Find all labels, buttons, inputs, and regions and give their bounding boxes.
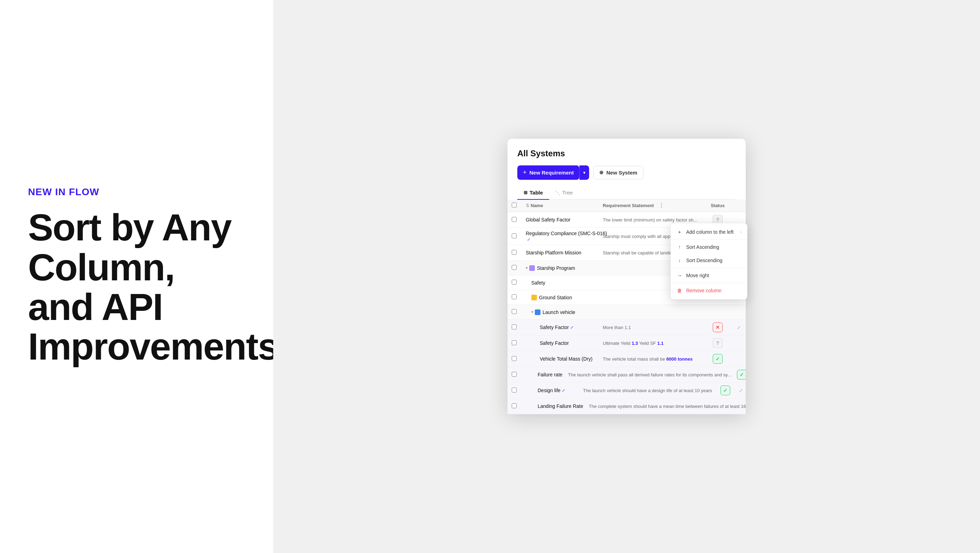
row-name-text: Safety	[531, 280, 545, 285]
row-checkbox[interactable]	[512, 325, 517, 330]
row-checkbox[interactable]	[512, 294, 517, 299]
context-menu-item-sort-descending[interactable]: ↓ Sort Descending	[671, 254, 747, 267]
row-name-text: Landing Failure Rate	[538, 403, 583, 409]
tab-table[interactable]: ⊞ Table	[517, 186, 549, 200]
row-check[interactable]	[508, 250, 523, 256]
row-name: ▾ Launch vehicle	[523, 309, 600, 315]
row-checkbox[interactable]	[512, 280, 517, 285]
new-requirement-button[interactable]: + New Requirement	[517, 166, 579, 180]
select-all-checkbox[interactable]	[512, 202, 517, 207]
context-menu-item-sort-ascending[interactable]: ↑ Sort Ascending	[671, 241, 747, 254]
table-tab-label: Table	[530, 190, 543, 196]
row-check[interactable]	[508, 280, 523, 285]
menu-divider	[671, 283, 747, 283]
name-sort-control[interactable]: ⇅ Name	[526, 203, 597, 208]
row-status: ✓	[715, 386, 736, 395]
row-req-text: Ultimate Yeild 1.3 Yeild SF 1.1	[603, 341, 663, 346]
status-badge: ✕	[713, 322, 722, 332]
plus-icon: +	[676, 229, 682, 235]
row-check[interactable]	[508, 309, 523, 315]
left-panel: NEW IN FLOW Sort by Any Column, and API …	[0, 186, 273, 367]
link-icon[interactable]: ⤢	[527, 237, 530, 242]
table-row: Vehicle Total Mass (Dry) The vehicle tot…	[508, 351, 746, 367]
app-window: All Systems + New Requirement ▾ ⊕ New Sy…	[508, 139, 746, 414]
collapse-icon[interactable]: ▾	[531, 310, 533, 314]
context-menu-item-remove-column[interactable]: 🗑 Remove column	[671, 284, 747, 297]
row-name-text: Safety Factor	[540, 340, 569, 346]
row-checkbox[interactable]	[512, 356, 517, 361]
row-name-text: Launch vehicle	[542, 309, 575, 315]
row-checkbox[interactable]	[512, 250, 517, 255]
header-check[interactable]	[508, 202, 523, 209]
row-req: The lower limit (minimum) on safety fact…	[600, 217, 704, 223]
row-checkbox[interactable]	[512, 403, 517, 408]
row-name-text: Design life	[538, 387, 560, 393]
name-column-label: Name	[531, 203, 543, 208]
tree-tab-icon: ⋱	[555, 190, 560, 195]
row-check[interactable]	[508, 403, 521, 409]
row-check[interactable]	[508, 372, 521, 378]
tree-tab-label: Tree	[562, 190, 573, 196]
arrow-icon: ›	[740, 229, 741, 234]
table-row: Landing Failure Rate The complete system…	[508, 398, 746, 414]
column-options-button[interactable]: ⋮	[656, 202, 667, 209]
row-check[interactable]	[508, 233, 523, 239]
row-name-text: Starship Platform Mission	[526, 250, 581, 255]
context-menu-item-add-column-left[interactable]: + Add column to the left ›	[671, 225, 747, 239]
new-requirement-chevron[interactable]: ▾	[579, 166, 589, 180]
row-check[interactable]	[508, 217, 523, 223]
window-header: All Systems + New Requirement ▾ ⊕ New Sy…	[508, 139, 746, 200]
row-checkbox[interactable]	[512, 309, 517, 314]
row-checkbox[interactable]	[512, 340, 517, 345]
new-system-label: New System	[606, 170, 637, 175]
status-column-label: Status	[711, 203, 725, 208]
new-system-button[interactable]: ⊕ New System	[593, 166, 643, 179]
row-status: ✓	[704, 354, 732, 364]
row-checkbox[interactable]	[512, 372, 517, 377]
row-checkbox[interactable]	[512, 217, 517, 222]
tab-tree[interactable]: ⋱ Tree	[549, 186, 579, 200]
row-name: Design life ⤢	[521, 387, 580, 393]
table-header-row: ⇅ Name Requirement Statement ⋮ Status	[508, 199, 746, 212]
menu-divider	[671, 239, 747, 240]
req-column-label: Requirement Statement	[603, 203, 654, 208]
context-menu-label: Add column to the left	[686, 229, 733, 235]
row-req-text: The vehicle total mass shall be 6000 ton…	[603, 356, 693, 362]
row-check[interactable]	[508, 340, 523, 346]
new-requirement-label: New Requirement	[530, 170, 574, 175]
row-req: The launch vehicle shall pass all derive…	[565, 372, 734, 378]
sort-arrows-icon: ⇅	[526, 203, 529, 208]
row-checkbox[interactable]	[512, 233, 517, 238]
row-check[interactable]	[508, 387, 521, 394]
row-name: Ground Station	[523, 295, 600, 300]
headline-line3: Improvements	[28, 325, 278, 368]
row-req: Ultimate Yeild 1.3 Yeild SF 1.1	[600, 340, 704, 346]
row-check[interactable]	[508, 265, 523, 271]
page-title: All Systems	[517, 148, 736, 158]
row-check[interactable]	[508, 356, 523, 362]
sort-asc-icon: ↑	[676, 244, 682, 250]
link-icon[interactable]: ⤢	[562, 388, 565, 393]
headline-line2: Column, and API	[28, 246, 174, 328]
row-checkbox[interactable]	[512, 387, 517, 392]
row-check[interactable]	[508, 325, 523, 330]
row-check[interactable]	[508, 294, 523, 300]
collapse-icon[interactable]: ▾	[526, 266, 528, 270]
table-row: ▾ Launch vehicle	[508, 305, 746, 320]
status-badge: ✓	[713, 354, 722, 364]
row-checkbox[interactable]	[512, 265, 517, 270]
table-row: Safety Factor ⤢ More than 1.1 ✕ ⤢	[508, 320, 746, 335]
folder-icon	[535, 309, 541, 315]
folder-icon	[529, 265, 535, 271]
arrow-right-icon: →	[676, 272, 682, 279]
context-menu-label: Move right	[686, 273, 709, 278]
sort-desc-icon: ↓	[676, 257, 682, 263]
link-icon[interactable]: ⤢	[570, 325, 573, 330]
context-menu-item-move-right[interactable]: → Move right	[671, 269, 747, 282]
plus-icon: +	[523, 169, 527, 176]
table-row: Failure rate The launch vehicle shall pa…	[508, 367, 746, 382]
menu-divider	[671, 268, 747, 268]
context-menu: + Add column to the left › ↑ Sort Ascend…	[670, 223, 748, 300]
row-name-text: Safety Factor	[540, 325, 569, 330]
row-req: The launch vehicle should have a design …	[580, 387, 715, 393]
